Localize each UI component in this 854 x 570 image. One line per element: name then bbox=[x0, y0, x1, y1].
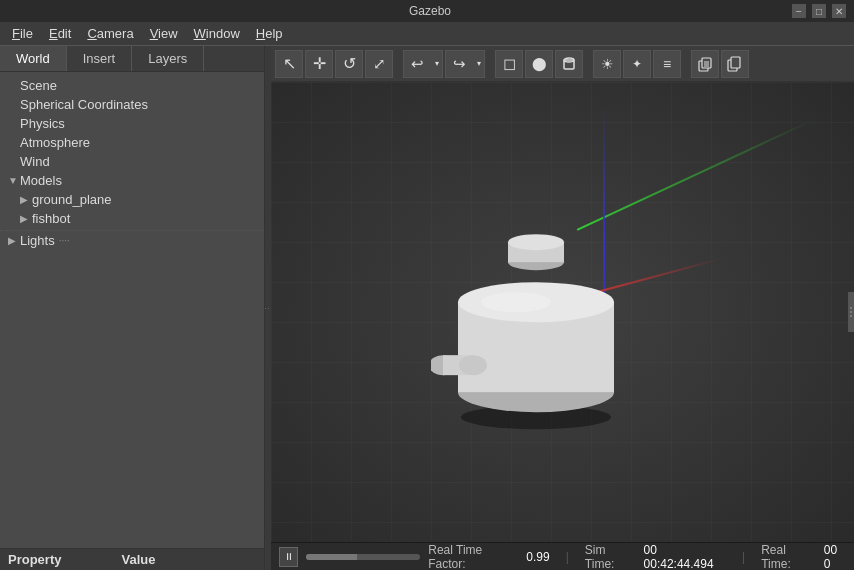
progress-fill bbox=[306, 554, 357, 560]
tree-item-ground-plane[interactable]: ▶ ground_plane bbox=[0, 190, 264, 209]
box-shape-button[interactable]: ◻ bbox=[495, 50, 523, 78]
fishbot-arrow: ▶ bbox=[20, 213, 32, 224]
close-button[interactable]: ✕ bbox=[832, 4, 846, 18]
lights-arrow: ▶ bbox=[8, 235, 20, 246]
tabs: World Insert Layers bbox=[0, 46, 264, 72]
fishbot-label: fishbot bbox=[32, 211, 70, 226]
minimize-button[interactable]: − bbox=[792, 4, 806, 18]
real-time-factor-label: Real Time Factor: bbox=[428, 543, 518, 571]
lights-ellipsis: ···· bbox=[59, 235, 70, 246]
app-title: Gazebo bbox=[68, 4, 792, 18]
pause-icon: ⏸ bbox=[284, 551, 294, 562]
real-time-factor-value: 0.99 bbox=[526, 550, 549, 564]
tab-insert[interactable]: Insert bbox=[67, 46, 133, 71]
right-viewport-handle[interactable] bbox=[848, 292, 854, 332]
models-arrow: ▼ bbox=[8, 175, 20, 186]
resize-dot-1 bbox=[850, 307, 852, 309]
copy-button[interactable] bbox=[721, 50, 749, 78]
side-protrusion-front bbox=[459, 355, 487, 375]
menu-camera[interactable]: Camera bbox=[79, 24, 141, 43]
redo-button[interactable]: ↪ bbox=[445, 50, 473, 78]
real-time-value: 00 0 bbox=[824, 543, 846, 571]
resize-dot-3 bbox=[850, 315, 852, 317]
toolbar: ↖ ✛ ↺ ⤢ ↩ ▾ ↪ ▾ ◻ ⬤ bbox=[271, 46, 854, 82]
pause-button[interactable]: ⏸ bbox=[279, 547, 298, 567]
lights-label: Lights bbox=[20, 233, 55, 248]
sim-time-value: 00 00:42:44.494 bbox=[644, 543, 727, 571]
tree-content: Scene Spherical Coordinates Physics Atmo… bbox=[0, 72, 264, 548]
menu-bar: File Edit Camera View Window Help bbox=[0, 22, 854, 46]
property-col1: Property bbox=[8, 552, 61, 567]
progress-bar bbox=[306, 554, 420, 560]
top-cylinder-top bbox=[508, 234, 564, 250]
maximize-button[interactable]: □ bbox=[812, 4, 826, 18]
undo-button[interactable]: ↩ bbox=[403, 50, 431, 78]
status-divider1: | bbox=[566, 550, 569, 564]
property-col2: Value bbox=[121, 552, 155, 567]
models-label: Models bbox=[20, 173, 62, 188]
property-header: Property Value bbox=[0, 549, 264, 570]
tree-item-spherical[interactable]: Spherical Coordinates bbox=[0, 95, 264, 114]
select-tool-button[interactable]: ↖ bbox=[275, 50, 303, 78]
body-highlight bbox=[481, 292, 551, 312]
resize-dot-2 bbox=[850, 311, 852, 313]
menu-view[interactable]: View bbox=[142, 24, 186, 43]
spherical-label: Spherical Coordinates bbox=[20, 97, 148, 112]
sim-time-label: Sim Time: bbox=[585, 543, 636, 571]
svg-rect-8 bbox=[731, 57, 740, 68]
tree-item-models[interactable]: ▼ Models bbox=[0, 171, 264, 190]
paste-button[interactable] bbox=[691, 50, 719, 78]
title-bar: Gazebo − □ ✕ bbox=[0, 0, 854, 22]
rotate-tool-button[interactable]: ↺ bbox=[335, 50, 363, 78]
robot-svg bbox=[431, 207, 651, 437]
point-light-button[interactable]: ✦ bbox=[623, 50, 651, 78]
fog-button[interactable]: ≡ bbox=[653, 50, 681, 78]
tree-item-wind[interactable]: Wind bbox=[0, 152, 264, 171]
menu-file[interactable]: File bbox=[4, 24, 41, 43]
main-container: World Insert Layers Scene Spherical Coor… bbox=[0, 46, 854, 570]
property-panel: Property Value bbox=[0, 548, 264, 570]
redo-group: ↪ ▾ bbox=[445, 50, 485, 78]
status-divider2: | bbox=[742, 550, 745, 564]
status-bar: ⏸ Real Time Factor: 0.99 | Sim Time: 00 … bbox=[271, 542, 854, 570]
tab-world[interactable]: World bbox=[0, 46, 67, 71]
viewport-canvas bbox=[271, 82, 854, 542]
scale-tool-button[interactable]: ⤢ bbox=[365, 50, 393, 78]
wind-label: Wind bbox=[20, 154, 50, 169]
tree-item-lights[interactable]: ▶ Lights ···· bbox=[0, 230, 264, 250]
ground-plane-arrow: ▶ bbox=[20, 194, 32, 205]
atmosphere-label: Atmosphere bbox=[20, 135, 90, 150]
tree-item-scene[interactable]: Scene bbox=[0, 76, 264, 95]
tree-item-atmosphere[interactable]: Atmosphere bbox=[0, 133, 264, 152]
sun-light-button[interactable]: ☀ bbox=[593, 50, 621, 78]
ground-plane-label: ground_plane bbox=[32, 192, 112, 207]
tree-item-fishbot[interactable]: ▶ fishbot bbox=[0, 209, 264, 228]
right-panel: ↖ ✛ ↺ ⤢ ↩ ▾ ↪ ▾ ◻ ⬤ bbox=[271, 46, 854, 570]
tree-item-physics[interactable]: Physics bbox=[0, 114, 264, 133]
menu-help[interactable]: Help bbox=[248, 24, 291, 43]
undo-dropdown-arrow[interactable]: ▾ bbox=[431, 50, 443, 78]
undo-group: ↩ ▾ bbox=[403, 50, 443, 78]
window-controls: − □ ✕ bbox=[792, 4, 846, 18]
real-time-label: Real Time: bbox=[761, 543, 816, 571]
sphere-shape-button[interactable]: ⬤ bbox=[525, 50, 553, 78]
redo-dropdown-arrow[interactable]: ▾ bbox=[473, 50, 485, 78]
robot-model bbox=[431, 207, 651, 440]
cylinder-shape-button[interactable] bbox=[555, 50, 583, 78]
left-panel: World Insert Layers Scene Spherical Coor… bbox=[0, 46, 265, 570]
tab-layers[interactable]: Layers bbox=[132, 46, 204, 71]
physics-label: Physics bbox=[20, 116, 65, 131]
translate-tool-button[interactable]: ✛ bbox=[305, 50, 333, 78]
menu-edit[interactable]: Edit bbox=[41, 24, 79, 43]
menu-window[interactable]: Window bbox=[186, 24, 248, 43]
scene-label: Scene bbox=[20, 78, 57, 93]
viewport[interactable] bbox=[271, 82, 854, 542]
